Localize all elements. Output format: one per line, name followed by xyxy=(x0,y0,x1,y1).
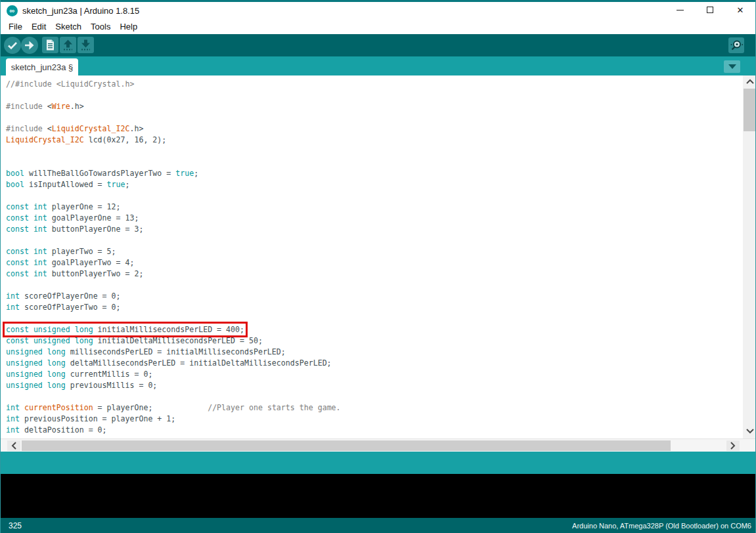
scroll-up-button[interactable] xyxy=(743,75,756,87)
vertical-scrollbar[interactable] xyxy=(743,75,756,438)
scroll-down-button[interactable] xyxy=(743,425,756,437)
code-line: const unsigned long initialMillisecondsP… xyxy=(6,324,743,335)
code-line xyxy=(6,157,743,168)
horizontal-scrollbar[interactable] xyxy=(1,438,756,452)
maximize-icon xyxy=(707,7,713,13)
code-line: unsigned long currentMillis = 0; xyxy=(6,369,743,380)
horizontal-scroll-thumb[interactable] xyxy=(22,440,671,451)
status-bar: 325 Arduino Nano, ATmega328P (Old Bootlo… xyxy=(1,518,756,533)
code-line xyxy=(6,190,743,202)
code-line: unsigned long deltaMillisecondsPerLED = … xyxy=(6,358,743,369)
code-line: #include <Wire.h> xyxy=(6,101,743,112)
code-line: const int goalPlayerOne = 13; xyxy=(6,213,743,224)
title-bar[interactable]: ∞ sketch_jun23a | Arduino 1.8.15 ✕ xyxy=(1,2,755,20)
code-line: int currentPosition = playerOne; //Playe… xyxy=(6,402,743,414)
code-line xyxy=(6,146,743,157)
close-button[interactable]: ✕ xyxy=(725,0,755,20)
console-output-area xyxy=(1,474,756,518)
close-icon: ✕ xyxy=(737,6,744,14)
code-line xyxy=(6,313,743,324)
serial-monitor-icon xyxy=(728,37,744,53)
code-line: const int playerTwo = 5; xyxy=(6,246,743,257)
verify-icon xyxy=(4,37,21,54)
tab-sketch-jun23a[interactable]: sketch_jun23a § xyxy=(6,58,78,75)
board-port-indicator: Arduino Nano, ATmega328P (Old Bootloader… xyxy=(572,522,751,530)
scroll-left-button[interactable] xyxy=(7,440,20,451)
maximize-button[interactable] xyxy=(695,0,725,20)
code-area[interactable]: //#include <LiquidCrystal.h>#include <Wi… xyxy=(1,75,743,438)
code-line: const int playerOne = 12; xyxy=(6,202,743,213)
chevron-down-icon xyxy=(728,64,736,69)
arduino-ide-window: ∞ sketch_jun23a | Arduino 1.8.15 ✕ File … xyxy=(0,0,756,533)
code-line: int deltaPosition = 0; xyxy=(6,425,743,436)
code-line: bool willTheBallGoTowardsPlayerTwo = tru… xyxy=(6,168,743,179)
code-line xyxy=(6,280,743,291)
code-line: const unsigned long initialDeltaMillisec… xyxy=(6,335,743,347)
minimize-button[interactable] xyxy=(665,0,695,20)
open-button[interactable] xyxy=(60,37,76,56)
menu-help[interactable]: Help xyxy=(115,20,142,33)
chevron-left-icon xyxy=(11,442,16,450)
highlight-red-box: const unsigned long initialMillisecondsP… xyxy=(6,325,244,334)
window-controls: ✕ xyxy=(665,0,755,20)
chevron-down-icon xyxy=(746,429,754,434)
code-line xyxy=(6,391,743,402)
code-line: const int buttonPlayerOne = 3; xyxy=(6,224,743,235)
tab-menu-button[interactable] xyxy=(724,60,740,73)
vertical-scroll-thumb[interactable] xyxy=(744,89,756,131)
code-line xyxy=(6,235,743,246)
code-line: LiquidCrystal_I2C lcd(0x27, 16, 2); xyxy=(6,135,743,146)
save-button[interactable] xyxy=(78,37,94,56)
window-title: sketch_jun23a | Arduino 1.8.15 xyxy=(22,6,139,16)
upload-button[interactable] xyxy=(21,37,38,56)
menu-tools[interactable]: Tools xyxy=(86,20,115,33)
code-line: unsigned long previousMillis = 0; xyxy=(6,380,743,391)
arduino-app-icon: ∞ xyxy=(7,5,18,16)
new-sketch-icon xyxy=(42,37,58,53)
code-line: bool isInputAllowed = true; xyxy=(6,179,743,190)
menu-bar: File Edit Sketch Tools Help xyxy=(1,20,755,34)
toolbar xyxy=(1,34,755,56)
save-icon xyxy=(78,37,94,53)
scroll-right-button[interactable] xyxy=(726,440,740,451)
code-line: const int goalPlayerTwo = 4; xyxy=(6,257,743,268)
new-sketch-button[interactable] xyxy=(42,37,58,56)
code-line: const int buttonPlayerTwo = 2; xyxy=(6,268,743,280)
verify-button[interactable] xyxy=(4,37,21,56)
code-line: //#include <LiquidCrystal.h> xyxy=(6,79,743,90)
chevron-up-icon xyxy=(746,79,754,84)
code-line xyxy=(6,112,743,123)
status-message-band xyxy=(1,452,756,474)
code-line: int scoreOfPlayerTwo = 0; xyxy=(6,302,743,313)
code-line: int scoreOfPlayerOne = 0; xyxy=(6,291,743,302)
minimize-icon xyxy=(677,10,684,11)
menu-sketch[interactable]: Sketch xyxy=(51,20,86,33)
menu-edit[interactable]: Edit xyxy=(27,20,51,33)
code-line xyxy=(6,90,743,101)
menu-file[interactable]: File xyxy=(4,20,27,33)
tab-bar: sketch_jun23a § xyxy=(1,56,755,75)
code-line: #include <LiquidCrystal_I2C.h> xyxy=(6,123,743,135)
code-line: int previousPosition = playerOne + 1; xyxy=(6,414,743,425)
line-number-indicator: 325 xyxy=(9,521,22,530)
chevron-right-icon xyxy=(730,442,736,450)
open-icon xyxy=(60,37,76,53)
code-line: unsigned long millisecondsPerLED = initi… xyxy=(6,347,743,358)
upload-icon xyxy=(21,37,38,54)
serial-monitor-button[interactable] xyxy=(728,37,744,56)
